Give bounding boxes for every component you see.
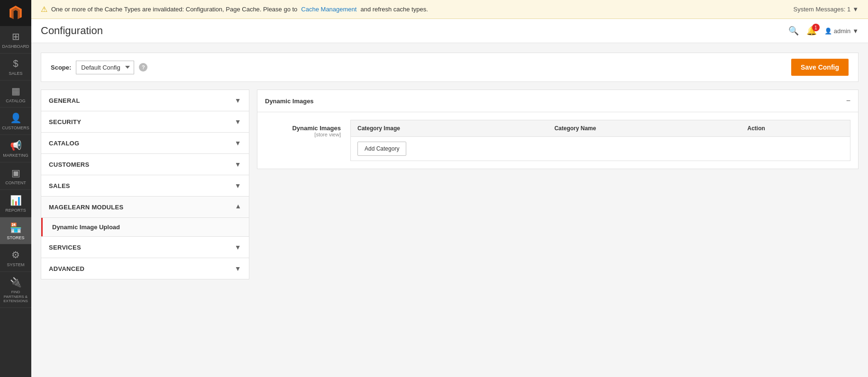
system-messages-chevron-icon: ▼ [852, 6, 859, 13]
accordion-customers-label: CUSTOMERS [49, 161, 90, 168]
main-content: ⚠ One or more of the Cache Types are inv… [31, 0, 868, 377]
sidebar-item-content[interactable]: ▣ CONTENT [0, 162, 31, 190]
accordion-catalog-header[interactable]: CATALOG ▼ [41, 133, 249, 153]
di-collapse-button[interactable]: − [846, 97, 850, 105]
accordion-services-label: SERVICES [49, 244, 81, 251]
col-category-name: Category Name [548, 120, 740, 137]
accordion-general-label: GENERAL [49, 97, 80, 104]
right-panel-wrap: Dynamic Images − Dynamic Images [store v… [257, 90, 859, 169]
di-label: Dynamic Images [265, 125, 341, 132]
admin-label: admin [834, 27, 850, 35]
accordion-magelearn: MAGELEARN MODULES ▼ Dynamic Image Upload [41, 197, 249, 237]
accordion-magelearn-header[interactable]: MAGELEARN MODULES ▼ [41, 197, 249, 217]
sub-item-label: Dynamic Image Upload [52, 224, 120, 231]
search-button[interactable]: 🔍 [788, 26, 799, 36]
sidebar-item-find-label: FIND PARTNERS & EXTENSIONS [2, 290, 29, 304]
accordion-general: GENERAL ▼ [41, 90, 249, 111]
accordion-security-header[interactable]: SECURITY ▼ [41, 111, 249, 132]
scope-label: Scope: [51, 64, 71, 71]
scope-bar: Scope: Default Config ? Save Config [41, 53, 859, 82]
sidebar-item-sales-label: SALES [9, 71, 22, 76]
reports-icon: 📊 [10, 195, 22, 206]
alert-message-prefix: One or more of the Cache Types are inval… [51, 6, 297, 13]
right-column: Dynamic Images − Dynamic Images [store v… [257, 90, 859, 279]
di-section-title: Dynamic Images [265, 98, 314, 105]
sidebar-item-content-label: CONTENT [5, 180, 26, 186]
sidebar-item-system-label: SYSTEM [7, 262, 24, 268]
sidebar: ⊞ DASHBOARD $ SALES ▦ CATALOG 👤 CUSTOMER… [0, 0, 31, 377]
sidebar-item-reports-label: REPORTS [5, 208, 26, 213]
accordion-sales: SALES ▼ [41, 175, 249, 197]
col-action: Action [740, 120, 850, 137]
accordion-magelearn-chevron: ▼ [235, 203, 241, 211]
sidebar-item-customers-label: CUSTOMERS [2, 126, 29, 131]
cache-management-link[interactable]: Cache Management [301, 6, 356, 13]
collapse-icon: − [846, 97, 850, 105]
col-category-image: Category Image [351, 120, 548, 137]
accordion-catalog: CATALOG ▼ [41, 133, 249, 154]
sidebar-item-find[interactable]: 🔌 FIND PARTNERS & EXTENSIONS [0, 272, 31, 308]
sidebar-item-catalog[interactable]: ▦ CATALOG [0, 81, 31, 108]
stores-icon: 🏪 [10, 222, 22, 233]
admin-menu-button[interactable]: 👤 admin ▼ [824, 27, 859, 35]
di-header: Dynamic Images − [257, 90, 858, 112]
accordion-sales-header[interactable]: SALES ▼ [41, 175, 249, 196]
accordion-security: SECURITY ▼ [41, 111, 249, 133]
scope-select[interactable]: Default Config [76, 61, 134, 74]
accordion-customers-header[interactable]: CUSTOMERS ▼ [41, 154, 249, 175]
accordion-magelearn-content: Dynamic Image Upload [41, 217, 249, 236]
alert-banner: ⚠ One or more of the Cache Types are inv… [31, 0, 868, 19]
sidebar-item-catalog-label: CATALOG [6, 99, 26, 104]
sidebar-item-sales[interactable]: $ SALES [0, 54, 31, 81]
top-bar-actions: 🔍 🔔 1 👤 admin ▼ [788, 26, 859, 36]
help-icon[interactable]: ? [139, 63, 147, 72]
logo[interactable] [0, 0, 31, 26]
accordion-sales-label: SALES [49, 182, 70, 189]
admin-chevron-icon: ▼ [852, 27, 859, 35]
config-accordion: GENERAL ▼ SECURITY ▼ CATALOG ▼ [41, 90, 249, 279]
di-table-body: Add Category [351, 137, 850, 161]
customers-icon: 👤 [10, 112, 22, 124]
di-content: Dynamic Images [store view] Category Ima… [257, 112, 858, 169]
accordion-advanced-chevron: ▼ [235, 265, 241, 272]
top-bar: Configuration 🔍 🔔 1 👤 admin ▼ [31, 19, 868, 43]
two-column-layout: GENERAL ▼ SECURITY ▼ CATALOG ▼ [41, 90, 859, 279]
accordion-advanced-label: ADVANCED [49, 265, 84, 272]
sidebar-item-system[interactable]: ⚙ SYSTEM [0, 244, 31, 272]
accordion-general-chevron: ▼ [235, 97, 241, 104]
accordion-services: SERVICES ▼ [41, 237, 249, 258]
sub-item-dynamic-image-upload[interactable]: Dynamic Image Upload [41, 218, 249, 236]
notifications-button[interactable]: 🔔 1 [806, 26, 817, 36]
accordion-security-chevron: ▼ [235, 118, 241, 126]
system-icon: ⚙ [11, 249, 20, 260]
accordion-sales-chevron: ▼ [235, 182, 241, 189]
accordion-advanced: ADVANCED ▼ [41, 258, 249, 279]
find-icon: 🔌 [10, 277, 22, 288]
admin-user-icon: 👤 [824, 27, 832, 35]
sidebar-item-customers[interactable]: 👤 CUSTOMERS [0, 108, 31, 135]
sidebar-item-marketing[interactable]: 📢 MARKETING [0, 135, 31, 162]
alert-warning-icon: ⚠ [41, 5, 47, 14]
sidebar-item-dashboard[interactable]: ⊞ DASHBOARD [0, 26, 31, 54]
magento-logo-icon [8, 6, 23, 21]
system-messages[interactable]: System Messages: 1 ▼ [793, 6, 859, 13]
accordion-customers: CUSTOMERS ▼ [41, 154, 249, 175]
dynamic-images-section: Dynamic Images − Dynamic Images [store v… [257, 90, 859, 169]
di-sublabel: [store view] [265, 132, 341, 137]
catalog-icon: ▦ [11, 85, 20, 97]
di-label-col: Dynamic Images [store view] [265, 120, 341, 137]
add-category-button[interactable]: Add Category [357, 142, 406, 156]
accordion-services-header[interactable]: SERVICES ▼ [41, 237, 249, 258]
accordion-catalog-label: CATALOG [49, 140, 79, 147]
accordion-general-header[interactable]: GENERAL ▼ [41, 90, 249, 111]
di-table: Category Image Category Name Action [350, 120, 850, 161]
accordion-customers-chevron: ▼ [235, 161, 241, 168]
sidebar-item-dashboard-label: DASHBOARD [2, 44, 29, 49]
accordion-advanced-header[interactable]: ADVANCED ▼ [41, 258, 249, 279]
sales-icon: $ [13, 58, 18, 69]
table-row-add: Add Category [351, 137, 850, 161]
sidebar-item-stores[interactable]: 🏪 STORES [0, 217, 31, 245]
accordion-services-chevron: ▼ [235, 243, 241, 251]
save-config-button[interactable]: Save Config [791, 59, 849, 76]
sidebar-item-reports[interactable]: 📊 REPORTS [0, 190, 31, 217]
